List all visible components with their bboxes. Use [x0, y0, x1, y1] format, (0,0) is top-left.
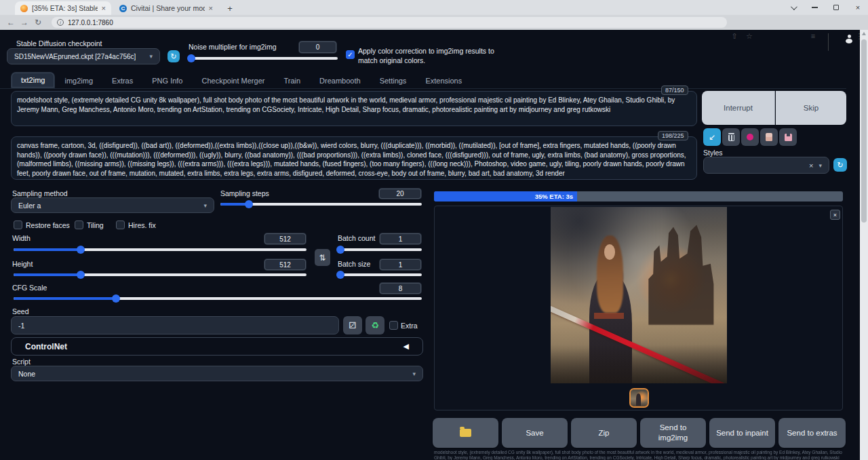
- batch-count-slider[interactable]: [338, 248, 422, 251]
- negative-prompt-textarea[interactable]: canvas frame, cartoon, 3d, ((disfigured)…: [11, 136, 697, 180]
- send-to-extras-button[interactable]: Send to extras: [778, 418, 846, 448]
- tab-txt2img[interactable]: txt2img: [11, 72, 55, 88]
- dice-icon: ⚂: [349, 320, 356, 330]
- tab-dreambooth[interactable]: Dreambooth: [310, 73, 370, 88]
- window-close-icon[interactable]: ×: [848, 0, 868, 15]
- width-slider[interactable]: [14, 248, 307, 251]
- browser-tabstrip: [35% ETA: 3s] Stable Diffusion × C Civit…: [0, 0, 868, 15]
- new-tab-button[interactable]: +: [224, 2, 236, 14]
- tab-extras[interactable]: Extras: [102, 73, 142, 88]
- color-correction-checkbox[interactable]: ✓: [346, 50, 355, 59]
- save-style-button[interactable]: [779, 128, 797, 146]
- paste-generation-params-button[interactable]: ↙: [703, 128, 721, 146]
- extra-networks-button[interactable]: [741, 128, 759, 146]
- side-panel-icon[interactable]: [822, 34, 834, 50]
- sampling-steps-slider[interactable]: [220, 203, 422, 206]
- scrollbar-thumb[interactable]: [861, 39, 867, 223]
- tab-extensions[interactable]: Extensions: [416, 73, 471, 88]
- window-minimize-icon[interactable]: [804, 0, 825, 15]
- send-to-inpaint-button[interactable]: Send to inpaint: [709, 418, 775, 448]
- tab-checkpoint-merger[interactable]: Checkpoint Merger: [192, 73, 274, 88]
- url-text: 127.0.0.1:7860: [68, 19, 113, 26]
- batch-count-label: Batch count: [338, 234, 375, 242]
- chevron-down-icon: ▾: [412, 370, 416, 377]
- gallery-thumbnail-selected[interactable]: [629, 388, 649, 408]
- random-seed-button[interactable]: ⚂: [343, 316, 362, 334]
- refresh-styles-button[interactable]: ↻: [833, 158, 847, 172]
- save-style-icon: [785, 134, 792, 141]
- swap-width-height-button[interactable]: ⇅: [315, 249, 330, 266]
- bookmark-star-icon[interactable]: ☆: [743, 32, 755, 41]
- controlnet-accordion[interactable]: ControlNet ◀: [11, 337, 423, 356]
- restore-faces-label: Restore faces: [26, 221, 70, 229]
- trash-icon: [728, 133, 735, 141]
- height-slider[interactable]: [14, 273, 307, 276]
- generated-image-preview[interactable]: [551, 207, 727, 383]
- browser-tab-stable-diffusion[interactable]: [35% ETA: 3s] Stable Diffusion ×: [15, 1, 111, 15]
- sampling-method-label: Sampling method: [12, 189, 68, 197]
- tab-train[interactable]: Train: [274, 73, 310, 88]
- sampling-method-dropdown[interactable]: Euler a ▾: [11, 197, 214, 213]
- style-card-icon: [766, 133, 772, 141]
- stable-diffusion-favicon: [20, 5, 28, 12]
- tab-close-icon[interactable]: ×: [102, 5, 106, 12]
- tab-close-icon[interactable]: ×: [209, 5, 213, 12]
- window-chevron-icon[interactable]: [783, 0, 803, 15]
- close-preview-icon[interactable]: ×: [830, 210, 840, 220]
- tab-settings[interactable]: Settings: [370, 73, 416, 88]
- browser-toolbar: ← → ↻ i 127.0.0.1:7860 ⇧ ☆ ≡ ⋮: [0, 15, 868, 30]
- refresh-checkpoint-button[interactable]: ↻: [167, 50, 180, 62]
- site-info-icon[interactable]: i: [57, 19, 64, 26]
- checkpoint-label: Stable Diffusion checkpoint: [16, 39, 102, 47]
- hires-fix-checkbox[interactable]: [116, 221, 125, 229]
- forward-icon[interactable]: →: [18, 18, 31, 27]
- reading-list-icon[interactable]: ≡: [807, 32, 819, 40]
- clear-styles-icon[interactable]: ×: [809, 161, 813, 170]
- color-correction-label: Apply color correction to img2img result…: [358, 46, 499, 65]
- window-maximize-icon[interactable]: [826, 0, 846, 15]
- script-label: Script: [12, 358, 31, 366]
- batch-count-input[interactable]: 1: [379, 233, 422, 245]
- share-icon[interactable]: ⇧: [728, 32, 741, 41]
- clear-prompt-button[interactable]: [722, 128, 740, 146]
- styles-dropdown[interactable]: × ▾: [703, 157, 829, 174]
- restore-faces-checkbox[interactable]: [14, 221, 22, 229]
- width-input[interactable]: 512: [264, 233, 307, 245]
- extra-networks-icon: [747, 134, 753, 140]
- skip-button[interactable]: Skip: [776, 91, 846, 125]
- script-dropdown[interactable]: None ▾: [11, 366, 423, 381]
- folder-icon: [460, 429, 471, 437]
- back-icon[interactable]: ←: [4, 18, 18, 27]
- open-folder-button[interactable]: [433, 418, 498, 448]
- tab-png-info[interactable]: PNG Info: [142, 73, 192, 88]
- checkpoint-dropdown[interactable]: SD15NewVAEpruned.ckpt [27a4ac756c] ▾: [7, 48, 160, 64]
- chevron-down-icon: ▾: [149, 53, 153, 60]
- tab-title: [35% ETA: 3s] Stable Diffusion: [32, 4, 98, 12]
- cfg-scale-slider[interactable]: [14, 297, 422, 300]
- height-input[interactable]: 512: [264, 258, 307, 271]
- noise-multiplier-input[interactable]: 0: [298, 41, 337, 54]
- cfg-scale-input[interactable]: 8: [379, 282, 422, 294]
- tab-img2img[interactable]: img2img: [55, 73, 102, 88]
- tiling-checkbox[interactable]: [75, 221, 83, 229]
- noise-multiplier-slider[interactable]: [190, 57, 338, 60]
- reuse-seed-button[interactable]: ♻: [366, 316, 384, 334]
- extra-seed-checkbox[interactable]: [389, 321, 398, 330]
- save-button[interactable]: Save: [502, 418, 568, 448]
- width-label: Width: [12, 234, 31, 242]
- page-scrollbar[interactable]: [860, 30, 868, 460]
- address-bar[interactable]: i 127.0.0.1:7860: [52, 17, 727, 28]
- browser-tab-civitai[interactable]: C Civitai | Share your models ×: [114, 1, 218, 15]
- batch-size-slider[interactable]: [338, 273, 422, 276]
- apply-style-button[interactable]: [760, 128, 778, 146]
- chevron-down-icon: ▾: [203, 202, 207, 209]
- batch-size-input[interactable]: 1: [379, 258, 422, 271]
- interrupt-button[interactable]: Interrupt: [702, 91, 775, 125]
- zip-button[interactable]: Zip: [571, 418, 637, 448]
- sampling-steps-input[interactable]: 20: [378, 188, 422, 199]
- scroll-up-arrow[interactable]: [862, 32, 866, 35]
- prompt-textarea[interactable]: modelshoot style, (extremely detailed CG…: [11, 91, 697, 126]
- seed-input[interactable]: -1: [11, 316, 339, 334]
- send-to-img2img-button[interactable]: Send to img2img: [640, 418, 706, 448]
- reload-icon[interactable]: ↻: [31, 18, 45, 27]
